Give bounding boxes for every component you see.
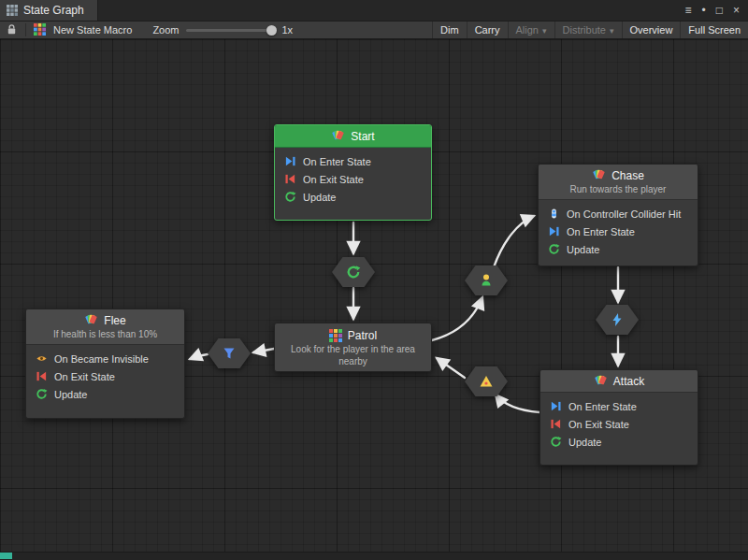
event-on-exit-state: On Exit State <box>26 367 184 385</box>
node-title: Start <box>351 130 374 143</box>
exit-state-icon <box>284 173 296 185</box>
filter-icon <box>222 346 237 361</box>
state-node-start[interactable]: Start On Enter State On Exit State Updat… <box>274 124 432 221</box>
state-icon <box>331 129 345 143</box>
event-on-enter-state: On Enter State <box>540 397 698 415</box>
event-label: Update <box>303 192 336 203</box>
state-icon <box>594 374 608 388</box>
node-subtitle: Look for the player in the area nearby <box>283 343 424 367</box>
event-label: On Controller Collider Hit <box>567 208 681 220</box>
flee-node-header: Flee If health is less than 10% <box>26 309 184 345</box>
toolbar-separator <box>25 23 26 36</box>
event-on-enter-state: On Enter State <box>539 223 698 240</box>
flee-node-body: On Became Invisible On Exit State Update <box>26 345 184 407</box>
event-update: Update <box>275 188 431 206</box>
transition-start-patrol[interactable] <box>332 257 375 287</box>
event-on-controller-collider-hit: On Controller Collider Hit <box>539 205 698 223</box>
transition-chase-attack[interactable] <box>596 305 639 335</box>
exit-state-icon <box>550 418 562 430</box>
fullscreen-button[interactable]: Full Screen <box>680 22 748 38</box>
event-label: On Enter State <box>303 156 371 167</box>
event-label: On Exit State <box>568 419 629 430</box>
dim-button[interactable]: Dim <box>432 22 467 38</box>
patrol-node-header: Patrol Look for the player in the area n… <box>275 323 431 371</box>
update-icon <box>346 265 361 280</box>
update-icon <box>284 191 296 203</box>
zoom-label: Zoom <box>152 24 179 36</box>
sight-icon <box>479 273 494 288</box>
fullscreen-label: Full Screen <box>688 24 741 36</box>
transition-attack-patrol[interactable] <box>465 366 508 396</box>
zoom-slider[interactable] <box>186 29 276 32</box>
toolbar-right: Dim Carry Align ▾ Distribute ▾ Overview … <box>432 22 748 38</box>
menu-icon[interactable]: ≡ <box>685 5 692 16</box>
update-icon <box>550 436 562 448</box>
chevron-down-icon: ▾ <box>610 26 614 36</box>
node-title: Flee <box>104 314 125 327</box>
macro-label[interactable]: New State Macro <box>53 24 132 36</box>
invisible-eye-icon <box>36 352 48 365</box>
event-update: Update <box>539 240 698 258</box>
start-node-body: On Enter State On Exit State Update <box>275 148 431 209</box>
chase-node-header: Chase Run towards the player <box>539 165 698 200</box>
overview-label: Overview <box>630 24 673 36</box>
chase-node-body: On Controller Collider Hit On Enter Stat… <box>539 200 698 262</box>
enter-state-icon <box>550 400 562 412</box>
event-label: On Became Invisible <box>54 353 149 365</box>
node-title: Chase <box>611 169 644 182</box>
distribute-button[interactable]: Distribute ▾ <box>554 22 622 38</box>
bolt-icon <box>610 312 625 327</box>
node-title: Attack <box>613 375 644 388</box>
event-update: Update <box>540 433 698 451</box>
state-node-attack[interactable]: Attack On Enter State On Exit State Upda… <box>539 369 698 466</box>
controller-collider-icon <box>548 208 560 220</box>
align-label: Align <box>516 24 539 36</box>
align-button[interactable]: Align ▾ <box>508 22 554 38</box>
dim-label: Dim <box>440 24 459 36</box>
transition-patrol-flee[interactable] <box>208 338 251 368</box>
attack-node-header: Attack <box>540 370 698 393</box>
state-icon <box>592 168 606 182</box>
event-on-became-invisible: On Became Invisible <box>26 350 184 367</box>
event-label: On Exit State <box>303 174 364 185</box>
lock-icon[interactable] <box>6 23 18 37</box>
zoom-slider-thumb[interactable] <box>266 25 277 36</box>
macro-grid-icon <box>329 329 342 342</box>
start-node-header: Start <box>275 125 431 148</box>
transition-patrol-chase[interactable] <box>465 266 508 295</box>
event-update: Update <box>26 385 184 403</box>
maximize-icon[interactable]: □ <box>716 5 723 16</box>
scrollbar-thumb[interactable] <box>0 553 12 559</box>
tab-state-graph[interactable]: State Graph <box>0 0 98 21</box>
toolbar-left: New State Macro Zoom 1x <box>0 23 293 37</box>
titlebar: State Graph ≡ • □ × <box>0 0 748 21</box>
horizontal-scrollbar[interactable] <box>0 552 748 560</box>
tab-title: State Graph <box>23 4 84 17</box>
update-icon <box>548 243 560 255</box>
event-label: Update <box>567 244 599 255</box>
graph-toolbar: New State Macro Zoom 1x Dim Carry Align … <box>0 21 748 39</box>
event-label: On Enter State <box>567 226 635 237</box>
state-node-chase[interactable]: Chase Run towards the player On Controll… <box>538 164 698 266</box>
close-icon[interactable]: × <box>733 5 740 16</box>
zoom-value: 1x <box>282 24 294 36</box>
event-on-exit-state: On Exit State <box>275 170 431 188</box>
event-on-enter-state: On Enter State <box>275 152 431 170</box>
event-label: On Enter State <box>568 401 637 412</box>
zoom-control: Zoom 1x <box>152 24 293 36</box>
event-label: Update <box>54 389 87 400</box>
pin-icon[interactable]: • <box>702 5 706 16</box>
overview-button[interactable]: Overview <box>622 22 681 38</box>
graph-icon <box>7 5 18 16</box>
graph-canvas[interactable]: Start On Enter State On Exit State Updat… <box>0 39 748 560</box>
enter-state-icon <box>548 225 560 237</box>
state-node-flee[interactable]: Flee If health is less than 10% On Becam… <box>25 309 185 419</box>
attack-node-body: On Enter State On Exit State Update <box>540 393 698 454</box>
state-node-patrol[interactable]: Patrol Look for the player in the area n… <box>274 323 432 372</box>
node-subtitle: If health is less than 10% <box>53 328 157 340</box>
node-title: Patrol <box>348 329 377 342</box>
state-icon <box>84 313 98 327</box>
carry-button[interactable]: Carry <box>467 22 508 38</box>
window-controls: ≡ • □ × <box>685 0 748 21</box>
event-label: On Exit State <box>54 371 115 382</box>
